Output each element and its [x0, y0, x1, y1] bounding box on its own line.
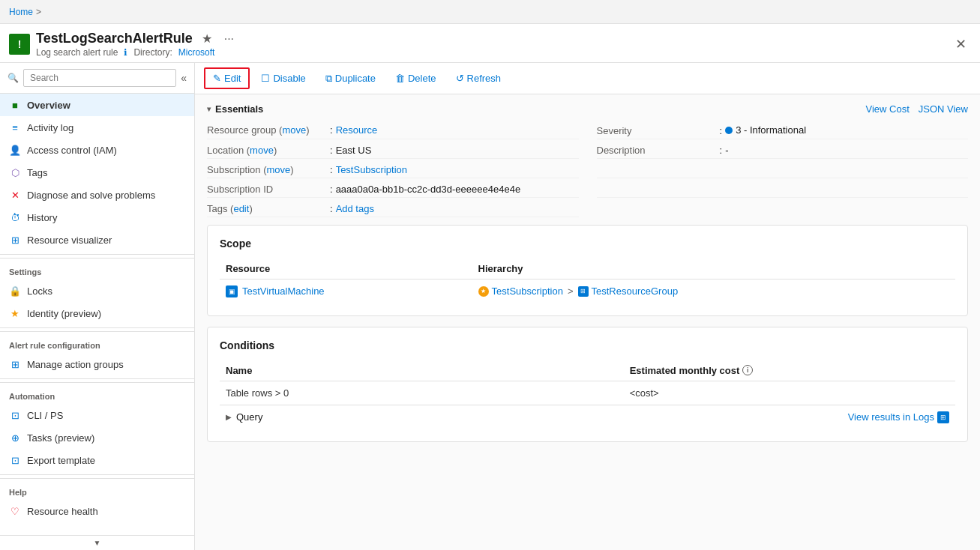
- view-logs-icon: ⊞: [937, 411, 949, 423]
- edit-label: Edit: [224, 73, 241, 84]
- sidebar-label-access-control: Access control (IAM): [27, 145, 117, 156]
- sidebar-label-tasks: Tasks (preview): [27, 432, 94, 444]
- query-chevron-icon: ▶: [226, 413, 232, 421]
- search-input[interactable]: [23, 69, 176, 87]
- duplicate-icon: ⧉: [325, 73, 332, 85]
- section-label-alert: Alert rule configuration: [0, 331, 194, 353]
- toolbar: ✎ Edit ☐ Disable ⧉ Duplicate 🗑 Delete ↺: [195, 63, 980, 94]
- essentials-row-description: Description : -: [597, 142, 969, 159]
- sub-id-colon: :: [330, 184, 333, 195]
- sidebar-item-overview[interactable]: ■ Overview: [0, 94, 194, 116]
- delete-button[interactable]: 🗑 Delete: [387, 68, 445, 88]
- conditions-card-title: Conditions: [220, 339, 955, 351]
- tags-edit-link[interactable]: edit: [233, 203, 249, 214]
- essentials-section: ▾ Essentials View Cost JSON View Resourc…: [207, 103, 968, 217]
- sidebar-item-resource-visualizer[interactable]: ⊞ Resource visualizer: [0, 229, 194, 251]
- scope-col-hierarchy: Hierarchy: [472, 259, 955, 279]
- sidebar-item-diagnose[interactable]: ✕ Diagnose and solve problems: [0, 184, 194, 206]
- sidebar-item-export-template[interactable]: ⊡ Export template: [0, 449, 194, 471]
- location-move-link[interactable]: move: [250, 145, 274, 156]
- sidebar-scroll: ■ Overview ≡ Activity log 👤 Access contr…: [0, 94, 194, 535]
- favorite-star-button[interactable]: ★: [199, 30, 215, 47]
- export-icon: ⊡: [9, 454, 21, 466]
- essentials-row-subscription: Subscription (move) : TestSubscription: [207, 162, 579, 178]
- sidebar-item-manage-action-groups[interactable]: ⊞ Manage action groups: [0, 353, 194, 375]
- sidebar-item-access-control[interactable]: 👤 Access control (IAM): [0, 139, 194, 161]
- description-value: -: [725, 145, 728, 156]
- subscription-move-link[interactable]: move: [266, 164, 290, 175]
- view-cost-link[interactable]: View Cost: [865, 103, 909, 115]
- sidebar-label-history: History: [27, 212, 57, 223]
- sub-name-link[interactable]: TestSubscription: [492, 285, 563, 297]
- sidebar-item-tags[interactable]: ⬡ Tags: [0, 161, 194, 184]
- sidebar-item-activity-log[interactable]: ≡ Activity log: [0, 116, 194, 139]
- subscription-label: Subscription (move): [207, 164, 327, 175]
- directory-value: Microsoft: [178, 47, 215, 58]
- severity-colon: :: [720, 125, 723, 136]
- sidebar-item-history[interactable]: ⏱ History: [0, 206, 194, 229]
- location-label: Location (move): [207, 145, 327, 156]
- sub-id-value: aaaa0a0a-bb1b-cc2c-dd3d-eeeeee4e4e4e: [336, 184, 521, 195]
- sidebar-label-diagnose: Diagnose and solve problems: [27, 190, 155, 201]
- sidebar: 🔍 « ■ Overview ≡ Activity log 👤 Access c…: [0, 63, 195, 550]
- view-logs-label: View results in Logs: [848, 411, 934, 423]
- sidebar-item-tasks[interactable]: ⊕ Tasks (preview): [0, 426, 194, 449]
- subscription-value: TestSubscription: [336, 164, 407, 175]
- essentials-row-rg: Resource group (move) : Resource: [207, 122, 579, 139]
- tags-value: Add tags: [336, 203, 374, 214]
- scope-card-title: Scope: [220, 238, 955, 250]
- severity-dot: [725, 127, 733, 134]
- sidebar-label-activity-log: Activity log: [27, 122, 73, 133]
- essentials-grid: Resource group (move) : Resource Severit…: [207, 122, 968, 217]
- json-view-link[interactable]: JSON View: [919, 103, 968, 115]
- directory-info-icon: ℹ: [124, 47, 127, 58]
- sidebar-item-identity[interactable]: ★ Identity (preview): [0, 302, 194, 324]
- sidebar-search-area: 🔍 «: [0, 63, 194, 94]
- rg-value-link[interactable]: Resource: [336, 124, 378, 136]
- sidebar-item-locks[interactable]: 🔒 Locks: [0, 279, 194, 302]
- conditions-col-cost: Estimated monthly cost i: [624, 360, 955, 381]
- scope-hierarchy-cell: ★ TestSubscription > ⊞ TestResourceGroup: [478, 285, 949, 297]
- resource-subtitle: Log search alert rule ℹ Directory: Micro…: [36, 47, 945, 58]
- sidebar-label-export-template: Export template: [27, 455, 95, 466]
- essentials-row-severity: Severity : 3 - Informational: [597, 122, 969, 139]
- resource-title-block: TestLogSearchAlertRule ★ ··· Log search …: [36, 30, 945, 58]
- essentials-row-empty: [597, 162, 969, 178]
- sidebar-item-resource-health[interactable]: ♡ Resource health: [0, 500, 194, 522]
- sidebar-scroll-down-button[interactable]: ▼: [94, 539, 101, 547]
- query-label: Query: [236, 411, 262, 423]
- severity-badge: 3 - Informational: [725, 124, 806, 136]
- section-label-automation: Automation: [0, 382, 194, 404]
- sidebar-collapse-button[interactable]: «: [181, 72, 187, 84]
- edit-button[interactable]: ✎ Edit: [204, 67, 250, 89]
- disable-button[interactable]: ☐ Disable: [253, 68, 313, 88]
- subscription-value-link[interactable]: TestSubscription: [336, 164, 407, 175]
- query-expand-button[interactable]: ▶ Query: [226, 411, 262, 423]
- directory-label: Directory:: [133, 47, 172, 58]
- duplicate-button[interactable]: ⧉ Duplicate: [317, 68, 384, 89]
- description-colon: :: [720, 145, 723, 156]
- sub-icon: ★: [478, 286, 489, 297]
- delete-icon: 🗑: [395, 73, 405, 84]
- duplicate-label: Duplicate: [335, 73, 376, 84]
- add-tags-link[interactable]: Add tags: [336, 203, 374, 214]
- sidebar-label-identity: Identity (preview): [27, 308, 101, 319]
- cost-info-icon[interactable]: i: [742, 365, 753, 375]
- more-options-button[interactable]: ···: [221, 31, 237, 47]
- rg-move-link[interactable]: move: [282, 124, 306, 136]
- sidebar-label-resource-health: Resource health: [27, 506, 98, 517]
- rg-value: Resource: [336, 124, 378, 136]
- view-results-in-logs-link[interactable]: View results in Logs ⊞: [848, 411, 949, 423]
- sidebar-item-cli-ps[interactable]: ⊡ CLI / PS: [0, 404, 194, 426]
- content-area: ▾ Essentials View Cost JSON View Resourc…: [195, 94, 980, 550]
- rg-name-link[interactable]: TestResourceGroup: [592, 285, 679, 297]
- essentials-row-location: Location (move) : East US: [207, 142, 579, 159]
- disable-icon: ☐: [261, 73, 270, 84]
- refresh-button[interactable]: ↺ Refresh: [448, 68, 510, 88]
- vm-name-link[interactable]: TestVirtualMachine: [242, 285, 325, 297]
- sidebar-label-locks: Locks: [27, 285, 52, 297]
- section-label-help: Help: [0, 478, 194, 500]
- breadcrumb-home[interactable]: Home: [9, 7, 33, 17]
- close-button[interactable]: ✕: [951, 34, 971, 54]
- rg-label: Resource group (move): [207, 124, 327, 136]
